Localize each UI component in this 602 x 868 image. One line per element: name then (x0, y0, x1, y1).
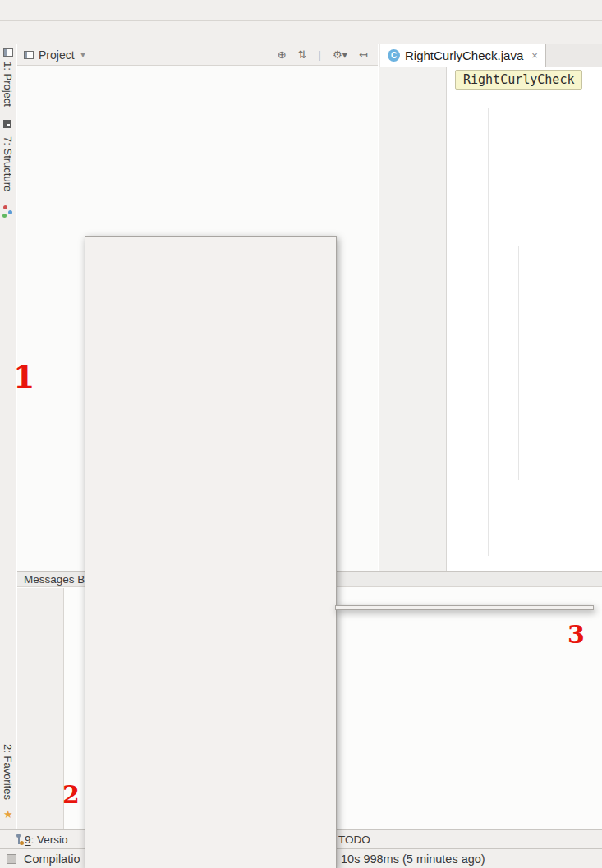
status-message: Compilatio (24, 852, 80, 866)
project-panel-header: Project ▼ ⊕ ⇅ | ⚙▾ ↤ (17, 44, 378, 66)
hide-panel-icon[interactable]: ↤ (356, 48, 371, 61)
editor-tab-title: RightCurlyCheck.java (405, 48, 523, 62)
build-duration: 10s 998ms (5 minutes ago) (341, 852, 485, 866)
project-tool-icon (3, 48, 13, 57)
tab-todo[interactable]: TODO (338, 834, 370, 846)
close-tab-icon[interactable]: × (531, 49, 538, 62)
project-tab-icon[interactable] (3, 120, 11, 128)
favorites-star-icon[interactable]: ★ (3, 810, 13, 820)
left-tool-stripe: 1: Project 7: Structure 2: Favorites ★ (0, 44, 16, 829)
context-menu (85, 236, 337, 868)
breadcrumb-bar (0, 21, 602, 44)
sidebar-tab-favorites[interactable]: 2: Favorites (2, 744, 14, 800)
structure-icon[interactable] (3, 205, 12, 214)
editor-gutter (379, 67, 447, 571)
project-panel-icon (24, 51, 34, 59)
gear-icon[interactable]: ⚙▾ (329, 48, 351, 61)
collapse-all-icon[interactable]: ⇅ (295, 48, 310, 61)
java-class-icon: C (388, 49, 400, 62)
annotation-step-3: 3 (568, 622, 585, 647)
editor-tab-bar: C RightCurlyCheck.java × (379, 44, 602, 67)
maven-submenu (335, 605, 594, 610)
toolwindow-toggle-icon[interactable] (7, 854, 16, 864)
sidebar-tab-structure[interactable]: 7: Structure (2, 136, 14, 191)
editor-tab[interactable]: C RightCurlyCheck.java × (380, 44, 546, 67)
ide-window: 1: Project 7: Structure 2: Favorites ★ P… (0, 0, 602, 868)
chevron-down-icon[interactable]: ▼ (80, 51, 87, 59)
version-control-icon[interactable] (18, 835, 20, 844)
project-panel-title: Project (39, 48, 75, 62)
messages-panel-title: Messages Bu (24, 573, 91, 586)
annotation-step-1: 1 (13, 361, 34, 393)
editor-breadcrumb-badge[interactable]: RightCurlyCheck (455, 70, 582, 90)
locate-icon[interactable]: ⊕ (274, 48, 290, 61)
menu-bar (0, 0, 602, 21)
editor: C RightCurlyCheck.java × RightCurlyCheck (379, 44, 602, 571)
messages-toolbar (17, 588, 64, 829)
sidebar-tab-project[interactable]: 1: Project (2, 62, 14, 107)
annotation-step-2: 2 (62, 783, 80, 807)
tab-version-control[interactable]: 9: Versio (25, 834, 68, 846)
